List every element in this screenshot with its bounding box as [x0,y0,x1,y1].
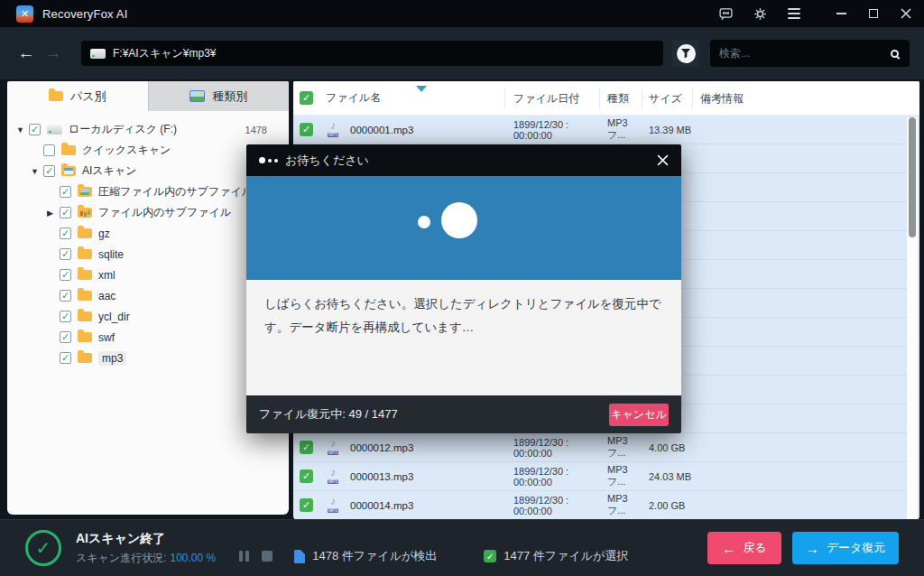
title-bar: RecoveryFox AI [0,0,924,27]
column-header-size[interactable]: サイズ [642,88,693,109]
checkbox-checked[interactable]: ✓ [60,331,71,343]
file-size: 24.03 MB [642,471,693,482]
file-type: MP3 フ... [600,464,642,488]
scan-status-title: AIスキャン終了 [76,531,216,547]
table-row[interactable]: ✓ ♪MP3 0000001.mp3 1899/12/30 : 00:00:00… [293,116,919,144]
select-all-checkbox[interactable]: ✓ [300,91,313,105]
checkbox-checked[interactable]: ✓ [60,186,71,198]
checkbox-checked[interactable]: ✓ [60,228,71,239]
close-button[interactable] [897,5,915,23]
tab-label: パス別 [70,88,106,105]
column-header-date[interactable]: ファイル日付 [505,88,600,109]
back-arrow-icon[interactable]: ← [14,43,38,63]
file-name: 0000012.mp3 [350,442,413,453]
row-checkbox[interactable]: ✓ [300,498,313,512]
mp3-file-icon: ♪MP3 [328,122,343,137]
column-header-type[interactable]: 種類 [600,88,642,109]
folder-app-icon [61,166,76,176]
file-type: MP3 フ... [600,493,642,517]
loading-animation-area [246,176,681,280]
row-checkbox[interactable]: ✓ [300,123,313,136]
pause-icon[interactable] [239,551,249,562]
app-logo-icon [16,5,33,23]
row-checkbox[interactable]: ✓ [300,441,313,454]
checkbox-checked[interactable]: ✓ [60,290,71,302]
tree-label: AIスキャン [82,163,136,179]
filter-button[interactable] [672,40,699,67]
current-path: F:¥AIスキャン¥mp3¥ [113,46,217,61]
checkbox-checked[interactable]: ✓ [60,248,71,260]
folder-icon [78,228,92,238]
minimize-button[interactable] [832,5,850,23]
cancel-button[interactable]: キャンセル [609,404,669,426]
column-header-name[interactable]: ファイル名 [326,90,381,106]
maximize-button[interactable] [864,5,882,23]
tree-label: ローカルディスク (F:) [69,122,177,137]
back-button[interactable]: ← 戻る [707,532,781,564]
mp3-file-icon: ♪MP3 [328,497,343,513]
collapse-arrow-icon[interactable]: ▼ [31,167,43,176]
table-header: ✓ ファイル名 ファイル日付 種類 サイズ 備考情報 [293,81,919,116]
folder-icon [61,145,76,155]
tree-label: 圧縮ファイル内のサブファイル [98,184,253,200]
forward-arrow-icon[interactable]: → [42,43,65,63]
search-box[interactable] [710,40,910,67]
checkbox-checked[interactable]: ✓ [60,269,71,281]
checkbox-unchecked[interactable] [43,144,55,156]
tab-by-type[interactable]: 種類別 [148,81,290,111]
table-row[interactable]: ✓ ♪MP3 0000012.mp3 1899/12/30 : 00:00:00… [293,433,919,462]
search-input[interactable] [719,47,891,60]
files-detected-text: 1478 件ファイルが検出 [312,548,437,564]
path-bar[interactable]: F:¥AIスキャン¥mp3¥ [81,41,663,66]
stop-icon[interactable] [262,551,273,562]
folder-icon [78,353,92,363]
tree-label: aac [98,290,116,302]
search-icon[interactable] [891,50,899,58]
table-row[interactable]: ✓ ♪MP3 0000013.mp3 1899/12/30 : 00:00:00… [293,462,919,491]
folder-icon [49,91,63,101]
folder-icon [78,291,92,301]
menu-hamburger-icon[interactable] [785,5,803,23]
file-size: 4.00 GB [642,442,693,453]
file-name: 0000013.mp3 [350,471,413,482]
folder-icon [78,249,92,259]
table-row[interactable]: ✓ ♪MP3 0000014.mp3 1899/12/30 : 00:00:00… [293,491,919,520]
expand-arrow-icon[interactable]: ▶ [47,209,60,218]
folder-icon [78,270,92,280]
checkbox-checked[interactable]: ✓ [60,311,71,322]
funnel-icon [681,49,691,59]
arrow-left-icon: ← [722,542,735,555]
spinner-dot-small [418,216,430,228]
back-button-label: 戻る [743,540,766,556]
tree-label: ファイル内のサブファイル [98,205,231,220]
checkbox-checked[interactable]: ✓ [60,352,71,364]
arrow-right-icon: → [806,542,819,555]
row-checkbox[interactable]: ✓ [300,469,313,483]
file-date: 1899/12/30 : 00:00:00 [505,466,600,488]
file-count: 1478 [245,125,289,135]
mp3-file-icon: ♪MP3 [328,469,343,484]
scan-progress-label: スキャン進行状況: [76,552,166,564]
tree-label: gz [98,228,110,240]
collapse-arrow-icon[interactable]: ▼ [16,125,29,135]
tree-label: mp3 [98,351,126,366]
recover-button-label: データ復元 [827,540,886,556]
tab-by-path[interactable]: パス別 [7,81,148,111]
tree-item-local-disk[interactable]: ▼ ✓ ローカルディスク (F:) 1478 [7,119,289,140]
data-recover-button[interactable]: → データ復元 [792,532,899,564]
spinner-dot-large [441,202,477,238]
checkbox-checked[interactable]: ✓ [29,124,41,135]
dialog-message: しばらくお待ちください。選択したディレクトリとファイルを復元中です。データ断片を… [246,280,681,395]
dialog-close-icon[interactable] [657,154,669,166]
column-header-note[interactable]: 備考情報 [693,88,919,109]
settings-gear-icon[interactable] [751,5,769,23]
tree-label: クイックスキャン [82,143,171,158]
checkbox-checked[interactable]: ✓ [60,207,71,218]
drive-icon [47,125,62,135]
scan-progress-value: 100.00 % [170,552,216,564]
checkbox-checked[interactable]: ✓ [43,165,55,177]
status-bar: ✓ AIスキャン終了 スキャン進行状況:100.00 % 1478 件ファイルが… [0,519,924,576]
sort-indicator-icon[interactable] [416,86,427,92]
feedback-chat-icon[interactable] [716,5,735,23]
scrollbar-thumb[interactable] [909,117,916,237]
